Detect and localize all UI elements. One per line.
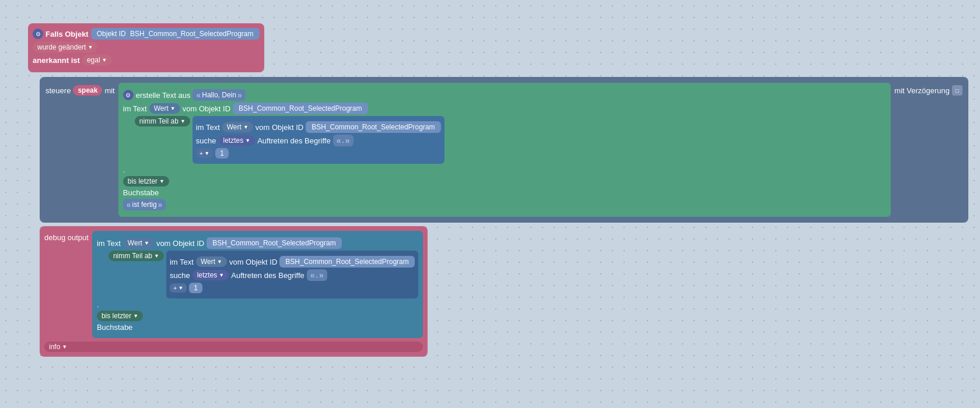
objekt-id-value: BSH_Common_Root_SelectedProgram [130, 30, 253, 38]
letztes-pill[interactable]: letztes ▼ [219, 135, 256, 146]
falls-objekt-label: Falls Objekt [46, 30, 89, 38]
im-text-row-2: im Text Wert ▼ vom Objekt ID BSH_Common_… [196, 121, 441, 133]
steuere-labels: steuere speak mit [46, 83, 115, 96]
im-text-label-2: im Text [196, 123, 220, 132]
debug-number-pill: 1 [189, 283, 202, 293]
erstelle-text-aus-label: erstelle Text aus [136, 91, 191, 100]
debug-plus-pill[interactable]: + ▼ [170, 283, 187, 293]
hallo-dein-pill[interactable]: « Hallo, Dein » [192, 89, 245, 101]
buchstabe-row-1: Buchstabe [123, 188, 887, 197]
suche-row: suche letztes ▼ Auftreten des Begriffe «… [196, 135, 441, 146]
info-row: info ▼ [44, 342, 423, 352]
buchstabe-label-1: Buchstabe [123, 188, 159, 197]
debug-obj-id-pill-1: BSH_Common_Root_SelectedProgram [206, 237, 341, 249]
wurde-geandert-pill[interactable]: wurde geändert ▼ [33, 42, 97, 52]
erstelle-gear-icon[interactable]: ⚙ [123, 90, 134, 100]
debug-suche-label: suche [170, 271, 190, 280]
debug-plus-number-row: + ▼ 1 [170, 283, 415, 293]
mit-label: mit [104, 86, 114, 95]
debug-letztes-pill[interactable]: letztes ▼ [192, 270, 229, 280]
egal-dropdown-arrow: ▼ [102, 57, 107, 63]
bis-letzter-pill-1[interactable]: bis letzter ▼ [123, 176, 169, 187]
info-dropdown-arrow: ▼ [62, 344, 67, 350]
debug-buchstabe-label: Buchstabe [97, 323, 132, 332]
debug-suche-row: suche letztes ▼ Auftreten des Begriffe «… [170, 269, 415, 281]
egal-pill[interactable]: egal ▼ [82, 55, 112, 65]
speak-pill[interactable]: speak [73, 85, 102, 96]
nimm-teil-pill[interactable]: nimm Teil ab ▼ [135, 116, 190, 126]
debug-bis-letzter-row: bis letzter ▼ [97, 311, 418, 321]
obj-id-pill-1: BSH_Common_Root_SelectedProgram [233, 103, 368, 114]
debug-vom-objekt-label-2: vom Objekt ID [229, 258, 277, 266]
debug-im-text-row: im Text Wert ▼ vom Objekt ID BSH_Common_… [97, 237, 418, 249]
erstelle-block: ⚙ erstelle Text aus « Hallo, Dein » im T… [118, 83, 891, 217]
falls-objekt-block: ⚙ Falls Objekt Objekt ID BSH_Common_Root… [28, 23, 264, 72]
debug-outer-block: debug output im Text Wert ▼ vom Objekt I… [40, 226, 428, 357]
auftreten-label: Auftreten des Begriffe [257, 136, 331, 145]
debug-nested-block: im Text Wert ▼ vom Objekt ID BSH_Common_… [166, 251, 418, 298]
debug-output-label: debug output [44, 231, 89, 242]
obj-id-pill-2: BSH_Common_Root_SelectedProgram [306, 121, 440, 133]
im-text-label-1: im Text [123, 104, 147, 113]
ist-fertig-row: « ist fertig » [123, 199, 887, 210]
debug-nimm-teil-pill[interactable]: nimm Teil ab ▼ [108, 251, 164, 261]
erstelle-header-row: ⚙ erstelle Text aus « Hallo, Dein » [123, 89, 887, 101]
period-text-1: . [123, 166, 125, 174]
debug-wert-pill[interactable]: Wert ▼ [123, 238, 154, 248]
debug-obj-id-pill-2: BSH_Common_Root_SelectedProgram [279, 256, 414, 268]
mit-verzogerung-label: mit Verzögerung [894, 86, 950, 95]
wert-pill-1[interactable]: Wert ▼ [149, 103, 180, 114]
debug-im-text-label-2: im Text [170, 258, 194, 266]
open-quote: « [196, 90, 201, 100]
number-pill-1: 1 [215, 148, 229, 159]
debug-main-row: debug output im Text Wert ▼ vom Objekt I… [44, 231, 423, 338]
debug-period-row: . [97, 300, 418, 309]
anerkannt-label: anerkannt ist [33, 56, 80, 65]
dropdown-arrow-icon: ▼ [88, 44, 93, 50]
debug-im-text-row-2: im Text Wert ▼ vom Objekt ID BSH_Common_… [170, 256, 415, 268]
suche-label: suche [196, 136, 216, 145]
steuere-label: steuere [46, 86, 71, 95]
debug-wert-pill-2[interactable]: Wert ▼ [196, 256, 227, 267]
period-row-1: . [123, 166, 887, 174]
gear-icon[interactable]: ⚙ [33, 29, 43, 39]
mit-verzogerung-container: mit Verzögerung □ [894, 83, 963, 96]
debug-teal-block: im Text Wert ▼ vom Objekt ID BSH_Common_… [92, 231, 423, 338]
falls-objekt-row: ⚙ Falls Objekt Objekt ID BSH_Common_Root… [33, 28, 260, 40]
debug-nimm-teil-row: nimm Teil ab ▼ im Text Wert ▼ vom Objekt… [108, 251, 418, 298]
wert-pill-2[interactable]: Wert ▼ [222, 122, 253, 132]
vom-objekt-id-label-1: vom Objekt ID [183, 104, 230, 113]
nimm-teil-row: nimm Teil ab ▼ im Text Wert ▼ vom Objekt… [135, 116, 887, 164]
close-quote: » [237, 90, 242, 100]
plus-pill-1[interactable]: + ▼ [196, 149, 213, 158]
steuere-row: steuere speak mit ⚙ erstelle Text aus « … [46, 83, 963, 217]
debug-auftreten-label: Auftreten des Begriffe [231, 271, 304, 280]
debug-bis-letzter-pill[interactable]: bis letzter ▼ [97, 311, 143, 321]
dot-pill-1[interactable]: « . » [333, 135, 354, 146]
debug-im-text-label: im Text [97, 239, 121, 248]
debug-buchstabe-row: Buchstabe [97, 323, 418, 332]
debug-dot-pill[interactable]: « . » [307, 269, 327, 281]
info-pill[interactable]: info ▼ [44, 342, 423, 352]
ist-fertig-pill[interactable]: « ist fertig » [123, 199, 166, 210]
nimm-teil-nested-block: im Text Wert ▼ vom Objekt ID BSH_Common_… [192, 116, 444, 164]
steuere-main-block: steuere speak mit ⚙ erstelle Text aus « … [40, 77, 968, 223]
debug-period-text: . [97, 300, 99, 309]
objekt-id-container: Objekt ID BSH_Common_Root_SelectedProgra… [91, 28, 260, 40]
objekt-id-label: Objekt ID [97, 30, 126, 38]
vom-objekt-id-label-2: vom Objekt ID [256, 123, 303, 132]
im-text-row-1: im Text Wert ▼ vom Objekt ID BSH_Common_… [123, 103, 887, 114]
plus-number-row: + ▼ 1 [196, 148, 441, 159]
anerkannt-row: anerkannt ist egal ▼ [33, 55, 260, 65]
bis-letzter-row-1: bis letzter ▼ [123, 176, 887, 187]
verzogerung-checkbox[interactable]: □ [952, 85, 963, 96]
wurde-geandert-row: wurde geändert ▼ [33, 42, 260, 52]
debug-vom-objekt-label: vom Objekt ID [156, 239, 204, 248]
